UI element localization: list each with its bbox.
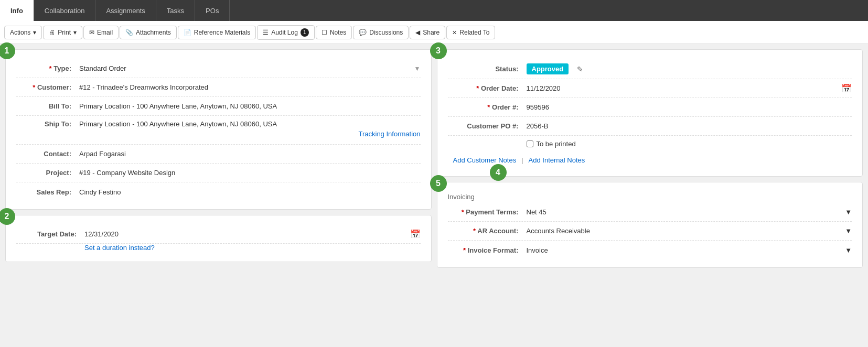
to-be-printed-checkbox[interactable]: [527, 140, 533, 147]
bill-to-label: Bill To:: [16, 102, 79, 110]
invoice-format-row: Invoice Format: Invoice ▼: [448, 241, 852, 259]
project-label: Project:: [16, 169, 79, 177]
top-navigation: Info Collaboration Assignments Tasks POs: [0, 0, 868, 21]
status-row: Status: Approved ✎: [448, 59, 852, 79]
add-customer-notes-link[interactable]: Add Customer Notes: [453, 156, 517, 164]
ar-account-label: AR Account:: [448, 227, 527, 235]
left-column: 1 Type: Standard Order ▼ Customer: #12 -…: [5, 49, 432, 268]
step-2-circle: 2: [0, 208, 15, 225]
payment-terms-dropdown-arrow: ▼: [845, 208, 852, 216]
sales-rep-label: Sales Rep:: [16, 188, 79, 196]
tab-assignments[interactable]: Assignments: [95, 0, 156, 21]
edit-icon[interactable]: ✎: [577, 65, 583, 73]
step-4-circle: 4: [490, 164, 507, 181]
status-label: Status:: [448, 65, 527, 73]
target-date-card: 2 Target Date: 12/31/2020 📅 Set a durati…: [5, 215, 432, 262]
project-value: #19 - Company Website Design: [79, 169, 421, 177]
notes-separator: |: [521, 156, 523, 164]
print-button[interactable]: Print ▾: [43, 26, 82, 39]
order-num-label: Order #:: [448, 103, 527, 111]
tracking-information-link[interactable]: Tracking Information: [16, 128, 421, 140]
step-1-circle: 1: [0, 42, 15, 59]
audit-log-button[interactable]: Audit Log 1: [257, 25, 315, 40]
order-num-row: Order #: 959596: [448, 98, 852, 117]
related-icon: [452, 29, 457, 36]
type-value: Standard Order ▼: [79, 64, 421, 72]
invoice-format-label: Invoice Format:: [448, 246, 527, 254]
invoicing-section-title: Invoicing: [448, 189, 852, 203]
set-duration-link[interactable]: Set a duration instead?: [84, 244, 155, 252]
status-card: 3 Status: Approved ✎ Order Date: 11/12/2…: [437, 49, 863, 177]
share-button[interactable]: Share: [410, 26, 445, 39]
to-be-printed-row: To be printed: [448, 136, 852, 152]
order-date-label: Order Date:: [448, 84, 527, 92]
ship-to-value: Primary Location - 100 Anywhere Lane, An…: [79, 120, 421, 128]
audit-log-badge: 1: [301, 28, 309, 37]
actions-button[interactable]: Actions ▾: [4, 26, 42, 39]
tab-collaboration[interactable]: Collaboration: [34, 0, 96, 21]
status-value-container: Approved ✎: [527, 63, 584, 74]
type-row: Type: Standard Order ▼: [16, 59, 421, 78]
attachments-button[interactable]: Attachments: [120, 26, 177, 39]
target-date-value: 12/31/2020 📅: [84, 229, 421, 239]
customer-po-label: Customer PO #:: [448, 122, 527, 130]
status-badge: Approved: [527, 63, 569, 74]
sales-rep-value: Cindy Festino: [79, 188, 421, 196]
notes-icon: [322, 29, 327, 36]
order-date-calendar-icon[interactable]: 📅: [841, 83, 852, 93]
reference-materials-button[interactable]: Reference Materials: [178, 26, 256, 39]
bill-to-value: Primary Location - 100 Anywhere Lane, An…: [79, 102, 421, 110]
customer-label: Customer:: [16, 83, 79, 91]
email-button[interactable]: Email: [83, 26, 119, 39]
to-be-printed-label: To be printed: [537, 140, 576, 148]
chat-icon: [359, 29, 367, 36]
ar-account-row: AR Account: Accounts Receivable ▼: [448, 222, 852, 241]
customer-po-value: 2056-B: [527, 122, 852, 130]
right-column: 3 Status: Approved ✎ Order Date: 11/12/2…: [437, 49, 863, 268]
notes-button[interactable]: Notes: [316, 26, 352, 39]
payment-terms-value[interactable]: Net 45 ▼: [527, 208, 852, 216]
order-num-value: 959596: [527, 103, 852, 111]
customer-row: Customer: #12 - Trinadee's Dreamworks In…: [16, 78, 421, 97]
type-label: Type:: [16, 64, 79, 72]
ar-account-value[interactable]: Accounts Receivable ▼: [527, 227, 852, 235]
ar-account-dropdown-arrow: ▼: [845, 227, 852, 235]
document-icon: [184, 29, 191, 36]
ship-to-row: Ship To: Primary Location - 100 Anywhere…: [16, 116, 421, 145]
project-row: Project: #19 - Company Website Design: [16, 164, 421, 182]
add-internal-notes-link[interactable]: Add Internal Notes: [529, 156, 585, 164]
main-content: 1 Type: Standard Order ▼ Customer: #12 -…: [0, 44, 868, 273]
invoicing-card: 5 Invoicing Payment Terms: Net 45 ▼ AR A…: [437, 182, 863, 268]
ship-to-label: Ship To:: [16, 120, 79, 128]
chevron-down-icon: ▾: [73, 29, 77, 36]
tab-pos[interactable]: POs: [195, 0, 230, 21]
related-to-button[interactable]: Related To: [446, 26, 495, 39]
payment-terms-row: Payment Terms: Net 45 ▼: [448, 203, 852, 222]
chevron-down-icon: ▾: [33, 29, 36, 36]
calendar-icon[interactable]: 📅: [410, 229, 421, 239]
step-5-circle: 5: [430, 175, 447, 192]
sales-rep-row: Sales Rep: Cindy Festino: [16, 182, 421, 201]
list-icon: [263, 29, 269, 36]
action-bar: Actions ▾ Print ▾ Email Attachments Refe…: [0, 21, 868, 44]
tab-info[interactable]: Info: [0, 0, 34, 21]
contact-label: Contact:: [16, 150, 79, 158]
discussions-button[interactable]: Discussions: [353, 26, 409, 39]
paperclip-icon: [125, 29, 133, 36]
order-info-card: 1 Type: Standard Order ▼ Customer: #12 -…: [5, 49, 432, 210]
contact-row: Contact: Arpad Fogarasi: [16, 145, 421, 164]
customer-po-row: Customer PO #: 2056-B: [448, 117, 852, 136]
type-dropdown-arrow[interactable]: ▼: [414, 65, 421, 72]
invoice-format-value[interactable]: Invoice ▼: [527, 246, 852, 254]
order-date-row: Order Date: 11/12/2020 📅: [448, 79, 852, 98]
email-icon: [89, 29, 94, 36]
invoice-format-dropdown-arrow: ▼: [845, 246, 852, 254]
contact-value: Arpad Fogarasi: [79, 150, 421, 158]
print-icon: [49, 29, 55, 36]
bill-to-row: Bill To: Primary Location - 100 Anywhere…: [16, 97, 421, 116]
tab-tasks[interactable]: Tasks: [156, 0, 195, 21]
notes-links-row: Add Customer Notes | Add Internal Notes: [448, 152, 852, 168]
target-date-label: Target Date:: [16, 230, 84, 238]
customer-value: #12 - Trinadee's Dreamworks Incorporated: [79, 83, 421, 91]
share-icon: [415, 29, 420, 36]
